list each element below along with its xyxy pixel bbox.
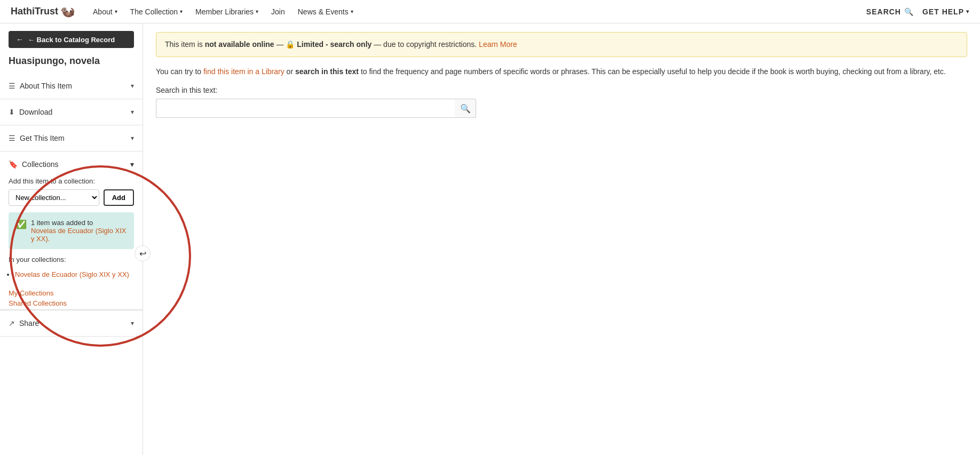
get-this-item-header[interactable]: ☰ Get This Item ▾ bbox=[0, 125, 143, 151]
in-your-collections-label: In your collections: bbox=[0, 256, 143, 268]
bookmark-icon: 🔖 bbox=[9, 160, 18, 169]
item-icon: ☰ bbox=[9, 134, 15, 142]
check-circle-icon: ✅ bbox=[16, 219, 27, 229]
success-notification: ✅ 1 item was added to Novelas de Ecuador… bbox=[9, 212, 134, 249]
add-collection-label: Add this item to a collection: bbox=[0, 177, 143, 189]
collection-list: Novelas de Ecuador (Siglo XIX y XX) bbox=[0, 268, 143, 287]
success-text: 1 item was added to Novelas de Ecuador (… bbox=[31, 219, 127, 243]
list-icon: ☰ bbox=[9, 82, 15, 90]
get-this-item-section: ☰ Get This Item ▾ bbox=[0, 125, 143, 151]
list-item: Novelas de Ecuador (Siglo XIX y XX) bbox=[15, 270, 134, 278]
my-collections-links: My Collections Shared Collections bbox=[0, 287, 143, 309]
chevron-down-icon: ▾ bbox=[131, 82, 134, 90]
download-header[interactable]: ⬇ Download ▾ bbox=[0, 99, 143, 125]
shared-collections-link[interactable]: Shared Collections bbox=[9, 299, 134, 307]
description-text: You can try to find this item in a Libra… bbox=[156, 66, 967, 77]
search-in-text-label: Search in this text: bbox=[156, 86, 967, 94]
share-header[interactable]: ↗ Share ▾ bbox=[0, 310, 143, 336]
limited-search-text: Limited - search only bbox=[297, 40, 372, 49]
nav-join[interactable]: Join bbox=[266, 4, 290, 19]
chevron-down-icon: ▾ bbox=[180, 9, 183, 14]
share-icon: ↗ bbox=[9, 319, 15, 328]
search-icon: 🔍 bbox=[904, 7, 914, 16]
search-icon: 🔍 bbox=[460, 103, 471, 114]
download-icon: ⬇ bbox=[9, 108, 15, 116]
collapse-icon: ↩ bbox=[139, 249, 146, 259]
get-help-button[interactable]: GET HELP ▾ bbox=[922, 7, 969, 16]
back-button-label: ← Back to Catalog Record bbox=[28, 36, 115, 44]
chevron-down-icon: ▾ bbox=[131, 134, 134, 142]
navbar: HathiTrust 🦦 About ▾ The Collection ▾ Me… bbox=[0, 0, 980, 23]
availability-alert: This item is not available online — 🔒 Li… bbox=[156, 32, 967, 57]
collection-list-link[interactable]: Novelas de Ecuador (Siglo XIX y XX) bbox=[15, 270, 129, 278]
nav-member-libraries[interactable]: Member Libraries ▾ bbox=[190, 4, 264, 19]
collection-select[interactable]: New collection... bbox=[9, 189, 99, 206]
download-label: Download bbox=[19, 108, 52, 116]
about-this-item-label: About This Item bbox=[20, 82, 72, 90]
chevron-down-icon: ▾ bbox=[130, 160, 134, 169]
main-content: This item is not available online — 🔒 Li… bbox=[143, 23, 980, 455]
share-section: ↗ Share ▾ bbox=[0, 310, 143, 337]
search-submit-button[interactable]: 🔍 bbox=[455, 99, 476, 118]
not-available-text: not available online bbox=[205, 40, 274, 49]
collections-label: Collections bbox=[22, 160, 58, 169]
my-collections-link[interactable]: My Collections bbox=[9, 289, 134, 297]
search-button[interactable]: SEARCH 🔍 bbox=[866, 7, 914, 16]
page-title: Huasipungo, novela bbox=[0, 53, 143, 73]
arrow-left-icon: ← bbox=[16, 35, 23, 44]
nav-right: SEARCH 🔍 GET HELP ▾ bbox=[866, 7, 969, 16]
lock-icon: 🔒 bbox=[286, 40, 295, 49]
chevron-down-icon: ▾ bbox=[131, 320, 134, 327]
search-input[interactable] bbox=[156, 99, 455, 118]
nav-about[interactable]: About ▾ bbox=[88, 4, 123, 19]
about-this-item-section: ☰ About This Item ▾ bbox=[0, 73, 143, 99]
chevron-down-icon: ▾ bbox=[351, 9, 353, 14]
learn-more-link[interactable]: Learn More bbox=[479, 40, 517, 49]
chevron-down-icon: ▾ bbox=[256, 9, 258, 14]
search-in-text-row: 🔍 bbox=[156, 99, 476, 118]
chevron-down-icon: ▾ bbox=[115, 9, 117, 14]
back-to-catalog-button[interactable]: ← ← Back to Catalog Record bbox=[9, 31, 134, 48]
page-layout: ← ← Back to Catalog Record Huasipungo, n… bbox=[0, 23, 980, 455]
about-this-item-header[interactable]: ☰ About This Item ▾ bbox=[0, 73, 143, 99]
logo-icon: 🦦 bbox=[60, 5, 75, 19]
get-this-item-label: Get This Item bbox=[20, 134, 65, 142]
brand-logo[interactable]: HathiTrust 🦦 bbox=[11, 5, 75, 19]
download-section: ⬇ Download ▾ bbox=[0, 99, 143, 125]
find-in-library-link[interactable]: find this item in a Library bbox=[203, 67, 284, 76]
nav-news-events[interactable]: News & Events ▾ bbox=[293, 4, 359, 19]
share-label: Share bbox=[19, 319, 39, 328]
brand-name: HathiTrust bbox=[11, 6, 58, 17]
collections-section: 🔖 Collections ▾ Add this item to a colle… bbox=[0, 151, 143, 310]
sidebar-collapse-button[interactable]: ↩ bbox=[135, 245, 151, 261]
collections-header: 🔖 Collections ▾ bbox=[0, 151, 143, 177]
chevron-down-icon: ▾ bbox=[966, 9, 969, 14]
chevron-down-icon: ▾ bbox=[131, 108, 134, 116]
sidebar: ← ← Back to Catalog Record Huasipungo, n… bbox=[0, 23, 143, 455]
nav-collection[interactable]: The Collection ▾ bbox=[125, 4, 188, 19]
add-collection-button[interactable]: Add bbox=[104, 189, 134, 206]
add-collection-row: New collection... Add bbox=[0, 189, 143, 212]
success-collection-link[interactable]: Novelas de Ecuador (Siglo XIX y XX). bbox=[31, 227, 126, 243]
search-in-text-emphasis: search in this text bbox=[295, 67, 359, 76]
nav-items: About ▾ The Collection ▾ Member Librarie… bbox=[88, 4, 866, 19]
